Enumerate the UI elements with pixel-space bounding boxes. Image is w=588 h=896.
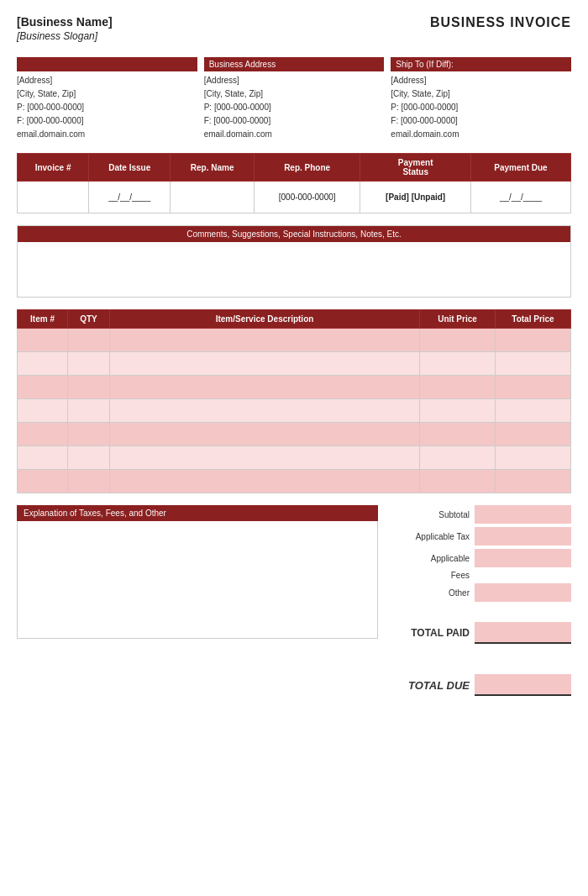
meta-table: Invoice # Date Issue Rep. Name Rep. Phon…: [17, 153, 571, 213]
address-col1: [Address] [City, State, Zip] P: [000-000…: [17, 57, 197, 141]
business-info: [Business Name] [Business Slogan]: [17, 15, 113, 42]
col-item-num: Item #: [18, 310, 68, 329]
table-row: [18, 352, 571, 376]
col-unit-price: Unit Price: [420, 310, 496, 329]
cell-invoice-num[interactable]: [18, 182, 89, 213]
col-description: Item/Service Description: [110, 310, 420, 329]
other-row: Other: [386, 583, 571, 602]
header: [Business Name] [Business Slogan] BUSINE…: [17, 15, 571, 42]
fees-row: Applicable: [386, 549, 571, 567]
address-label-1: [17, 57, 197, 71]
total-due-value[interactable]: [475, 674, 571, 696]
address-lines-2: [Address] [City, State, Zip] P: [000-000…: [204, 74, 385, 141]
cell-date-issue[interactable]: __/__/____: [89, 182, 171, 213]
tax-value[interactable]: [475, 527, 571, 546]
cell-rep-name[interactable]: [171, 182, 255, 213]
items-table: Item # QTY Item/Service Description Unit…: [17, 309, 571, 493]
table-row: [18, 470, 571, 493]
cell-rep-phone[interactable]: [000-000-0000]: [255, 182, 360, 213]
cell-payment-status[interactable]: [Paid] [Unpaid]: [360, 182, 471, 213]
address-section: [Address] [City, State, Zip] P: [000-000…: [17, 57, 571, 141]
address-label-2: Business Address: [204, 57, 385, 71]
other-label: Other: [394, 588, 470, 598]
comments-section: Comments, Suggestions, Special Instructi…: [17, 225, 571, 298]
other-value[interactable]: [475, 583, 571, 602]
fees-row2: Fees: [386, 571, 571, 580]
totals-section: Subtotal Applicable Tax Applicable Fees …: [386, 505, 571, 706]
total-due-row: TOTAL DUE: [386, 674, 571, 696]
subtotal-value[interactable]: [475, 505, 571, 524]
total-due-label: TOTAL DUE: [394, 679, 470, 692]
address-lines-3: [Address] [City, State, Zip] P: [000-000…: [391, 74, 571, 141]
table-row: [18, 446, 571, 470]
fees-value[interactable]: [475, 549, 571, 567]
tax-row: Applicable Tax: [386, 527, 571, 546]
table-row: [18, 376, 571, 399]
col-payment-status: PaymentStatus: [360, 154, 471, 182]
comments-header: Comments, Suggestions, Special Instructi…: [18, 226, 570, 242]
col-rep-name: Rep. Name: [171, 154, 255, 182]
col-qty: QTY: [68, 310, 110, 329]
address-col2: Business Address [Address] [City, State,…: [204, 57, 385, 141]
fees-label1: Applicable: [394, 554, 470, 563]
total-paid-value[interactable]: [475, 622, 571, 644]
col-invoice-num: Invoice #: [18, 154, 89, 182]
col-total-price: Total Price: [496, 310, 571, 329]
comments-body[interactable]: [18, 242, 570, 297]
business-name: [Business Name]: [17, 15, 113, 29]
subtotal-label: Subtotal: [394, 510, 470, 519]
col-date-issue: Date Issue: [89, 154, 171, 182]
col-rep-phone: Rep. Phone: [255, 154, 360, 182]
tax-explanation: Explanation of Taxes, Fees, and Other: [17, 505, 378, 706]
address-col3: Ship To (If Diff): [Address] [City, Stat…: [391, 57, 571, 141]
tax-header: Explanation of Taxes, Fees, and Other: [17, 505, 378, 521]
bottom-section: Explanation of Taxes, Fees, and Other Su…: [17, 505, 571, 706]
total-paid-row: TOTAL PAID: [386, 622, 571, 644]
tax-label: Applicable Tax: [394, 532, 470, 541]
business-slogan: [Business Slogan]: [17, 30, 113, 42]
table-row: [18, 329, 571, 352]
address-lines-1: [Address] [City, State, Zip] P: [000-000…: [17, 74, 197, 141]
col-payment-due: Payment Due: [471, 154, 571, 182]
table-row: [18, 399, 571, 423]
address-label-3: Ship To (If Diff):: [391, 57, 571, 71]
subtotal-row: Subtotal: [386, 505, 571, 524]
cell-payment-due[interactable]: __/__/____: [471, 182, 571, 213]
table-row: [18, 423, 571, 446]
tax-body[interactable]: [17, 521, 378, 639]
invoice-title: BUSINESS INVOICE: [430, 15, 571, 30]
fees-label2: Fees: [394, 571, 470, 580]
total-paid-label: TOTAL PAID: [394, 627, 470, 639]
